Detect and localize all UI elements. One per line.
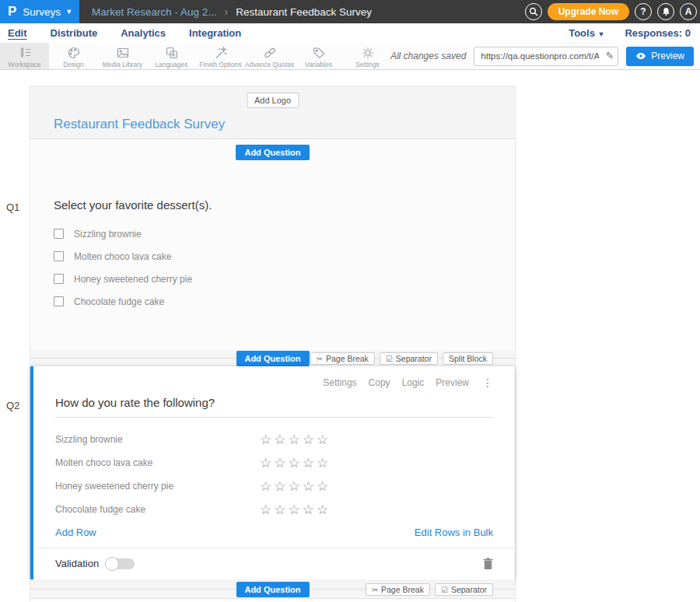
- validation-label: Validation: [55, 558, 99, 569]
- tab-distribute[interactable]: Distribute: [51, 27, 98, 39]
- magic-wand-icon: [214, 46, 228, 60]
- star-icon[interactable]: [317, 478, 328, 494]
- toolbar-item-advance-quotas[interactable]: Advance Quotas: [245, 43, 294, 69]
- star-rating: [260, 432, 331, 447]
- svg-text:A: A: [172, 52, 176, 58]
- survey-title[interactable]: Restaurant Feedback Survey: [54, 117, 225, 132]
- checkbox[interactable]: [54, 251, 64, 261]
- product-menu[interactable]: P Surveys ▼: [0, 0, 79, 23]
- search-button[interactable]: [525, 3, 542, 20]
- star-icon[interactable]: [317, 432, 328, 447]
- account-avatar[interactable]: A: [680, 3, 697, 20]
- option-label[interactable]: Honey sweetened cherry pie: [74, 274, 192, 285]
- star-icon[interactable]: [289, 478, 300, 494]
- add-question-button[interactable]: Add Question: [236, 582, 309, 597]
- q1-question-text[interactable]: Select your favorite dessert(s).: [54, 198, 492, 212]
- separator-button[interactable]: ☑Separator: [380, 352, 438, 365]
- rating-row-label[interactable]: Honey sweetened cherry pie: [55, 481, 260, 492]
- toolbar-item-media-library[interactable]: Media Library: [98, 43, 147, 69]
- nav-right: Tools ▼ Responses: 0: [569, 27, 691, 39]
- edit-rows-in-bulk-link[interactable]: Edit Rows in Bulk: [415, 527, 493, 538]
- option-label[interactable]: Chocolate fudge cake: [74, 296, 164, 307]
- upgrade-now-button[interactable]: Upgrade Now: [548, 3, 629, 20]
- breadcrumb-folder[interactable]: Market Research - Aug 2...: [92, 6, 217, 18]
- star-icon[interactable]: [289, 502, 300, 517]
- q2-preview-link[interactable]: Preview: [436, 377, 469, 388]
- rating-row: Molten choco lava cake: [55, 451, 493, 474]
- star-icon[interactable]: [303, 478, 314, 494]
- star-rating: [260, 502, 331, 517]
- star-icon[interactable]: [274, 455, 285, 471]
- star-icon[interactable]: [260, 432, 271, 447]
- add-question-button[interactable]: Add Question: [236, 351, 309, 366]
- separator-button[interactable]: ☑Separator: [435, 583, 493, 596]
- question-id-q2: Q2: [6, 400, 19, 411]
- rating-row-label[interactable]: Sizzling brownie: [55, 434, 260, 445]
- save-status-text: All changes saved: [390, 51, 466, 61]
- question-id-q1: Q1: [6, 201, 19, 213]
- preview-button[interactable]: Preview: [626, 47, 694, 66]
- chevron-down-icon: ▼: [65, 8, 72, 16]
- star-icon[interactable]: [260, 502, 271, 517]
- star-icon[interactable]: [303, 455, 314, 471]
- split-block-button[interactable]: Split Block: [443, 352, 493, 365]
- toolbar-item-languages[interactable]: A Languages: [147, 43, 196, 69]
- q1-option-row: Sizzling brownie: [54, 222, 492, 245]
- star-icon[interactable]: [303, 432, 314, 447]
- insert-strip-1: Add Question ✂Page Break ☑Separator Spli…: [30, 350, 515, 366]
- edit-toolbar: Workspace Design Media Library A Languag…: [0, 43, 700, 70]
- responses-count[interactable]: Responses: 0: [625, 27, 691, 39]
- tab-edit[interactable]: Edit: [8, 27, 27, 39]
- star-icon[interactable]: [260, 455, 271, 471]
- questionpro-logo-icon: P: [8, 4, 16, 19]
- star-icon[interactable]: [303, 502, 314, 517]
- survey-url-input[interactable]: [474, 47, 618, 66]
- help-button[interactable]: ?: [635, 3, 652, 20]
- checkbox[interactable]: [54, 274, 64, 284]
- q2-question-text[interactable]: How do you rate the following?: [55, 396, 493, 418]
- product-menu-label: Surveys: [23, 6, 61, 18]
- star-icon[interactable]: [274, 502, 285, 517]
- star-icon[interactable]: [260, 478, 271, 494]
- toolbar-item-variables[interactable]: Variables: [294, 43, 343, 69]
- validation-toggle[interactable]: [107, 558, 135, 569]
- toolbar-item-workspace[interactable]: Workspace: [0, 43, 49, 69]
- star-icon[interactable]: [289, 455, 300, 471]
- checkbox[interactable]: [54, 229, 64, 239]
- add-logo-button[interactable]: Add Logo: [247, 93, 299, 108]
- tab-integration[interactable]: Integration: [189, 27, 241, 39]
- toolbar-item-settings[interactable]: Settings: [343, 43, 392, 69]
- option-label[interactable]: Molten choco lava cake: [74, 251, 171, 262]
- separator-icon: ☑: [386, 355, 393, 363]
- star-icon[interactable]: [289, 432, 300, 447]
- star-icon[interactable]: [317, 502, 328, 517]
- add-question-button[interactable]: Add Question: [236, 145, 309, 160]
- more-options-kebab-icon[interactable]: ⋮: [482, 376, 493, 389]
- edit-url-pencil-icon[interactable]: ✎: [605, 50, 614, 61]
- rating-row-label[interactable]: Molten choco lava cake: [55, 457, 260, 468]
- page-break-button[interactable]: ✂Page Break: [366, 583, 430, 596]
- q2-settings-link[interactable]: Settings: [323, 377, 356, 388]
- star-icon[interactable]: [274, 432, 285, 447]
- rating-row: Honey sweetened cherry pie: [55, 474, 493, 498]
- toolbar-item-design[interactable]: Design: [49, 43, 98, 69]
- add-row-link[interactable]: Add Row: [55, 527, 96, 538]
- q2-action-menu: Settings Copy Logic Preview ⋮: [55, 376, 493, 389]
- q2-copy-link[interactable]: Copy: [369, 377, 390, 388]
- checkbox[interactable]: [54, 296, 64, 306]
- notifications-button[interactable]: [657, 3, 674, 20]
- add-question-strip-top: Add Question: [30, 139, 515, 166]
- star-icon[interactable]: [317, 455, 328, 471]
- star-icon[interactable]: [274, 478, 285, 494]
- tab-analytics[interactable]: Analytics: [121, 27, 166, 39]
- rating-row-label[interactable]: Chocolate fudge cake: [55, 504, 260, 515]
- page-break-button[interactable]: ✂Page Break: [310, 352, 375, 365]
- toggle-knob: [105, 557, 119, 571]
- eye-icon: [635, 52, 646, 60]
- option-label[interactable]: Sizzling brownie: [74, 229, 142, 240]
- tools-menu[interactable]: Tools ▼: [569, 27, 604, 39]
- star-rating: [260, 455, 331, 471]
- q2-logic-link[interactable]: Logic: [402, 377, 425, 388]
- delete-question-button[interactable]: [483, 558, 493, 569]
- toolbar-item-finish-options[interactable]: Finish Options: [196, 43, 245, 69]
